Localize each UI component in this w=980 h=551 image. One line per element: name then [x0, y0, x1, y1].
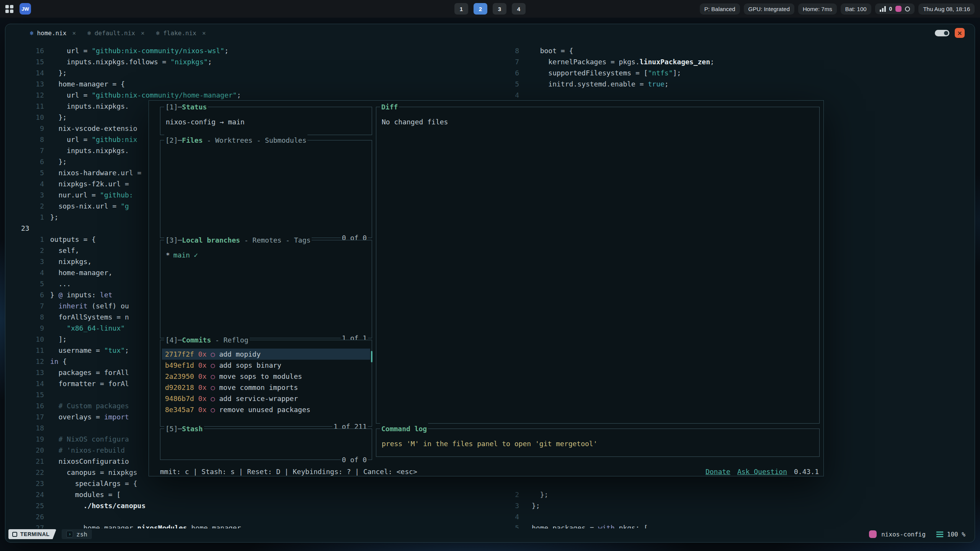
workspace-4[interactable]: 4: [512, 3, 526, 15]
logo-badge[interactable]: JW: [20, 3, 31, 15]
line-number: 7: [5, 145, 44, 156]
nix-icon: ❄: [87, 29, 91, 37]
status-segment-3[interactable]: Bat: 100: [841, 3, 871, 15]
shell-label: zsh: [76, 531, 87, 538]
updates-count: 0: [889, 6, 892, 12]
prompt-icon: ›: [66, 531, 73, 538]
code-line[interactable]: 27home-manager.nixosModules.home-manager: [5, 522, 241, 528]
lazygit-command-log-panel[interactable]: Command log press 'M' in the files panel…: [376, 429, 820, 457]
nix-icon: ❄: [30, 29, 34, 37]
code-line[interactable]: 8boot = {: [503, 45, 714, 56]
code-line[interactable]: 12url = "github:nix-community/home-manag…: [5, 90, 241, 101]
status-dot-icon: [905, 7, 910, 11]
code-line[interactable]: 3};: [503, 500, 648, 511]
workspace-1[interactable]: 1: [454, 3, 468, 15]
lazygit-status-panel[interactable]: [1]─Status nixos-config → main: [160, 107, 372, 135]
panel-title: [5]─Stash: [164, 423, 204, 434]
line-number: 2: [5, 201, 44, 212]
close-icon[interactable]: ×: [72, 29, 76, 37]
commit-row[interactable]: b49ef1d0x○add sops binary: [162, 360, 370, 371]
code-text: };: [50, 212, 59, 223]
clock[interactable]: Thu Aug 08, 18:16: [918, 3, 975, 15]
list-icon: [936, 531, 943, 537]
network-icon: [880, 6, 886, 12]
code-text: nixosConfiguratio: [50, 456, 129, 467]
ask-question-link[interactable]: Ask Question: [737, 466, 787, 477]
code-line[interactable]: 25./hosts/canopus: [5, 500, 241, 511]
terminal-icon: [12, 532, 17, 537]
line-number: 7: [503, 56, 519, 67]
line-number: 21: [5, 456, 44, 467]
workspace-3[interactable]: 3: [493, 3, 506, 15]
donate-link[interactable]: Donate: [706, 466, 730, 477]
lazygit-files-panel[interactable]: [2]─Files - Worktrees - Submodules 0 of …: [160, 140, 372, 238]
scrollbar[interactable]: [371, 351, 372, 362]
line-number: 3: [5, 189, 44, 201]
commit-row[interactable]: 9486b7d0x○add service-wrapper: [162, 393, 370, 404]
branch-row[interactable]: *main✓: [166, 249, 366, 261]
code-text: url = "github:nix-community/home-manager…: [50, 90, 241, 101]
commit-row[interactable]: d9202180x○move common imports: [162, 382, 370, 393]
code-text: # Custom packages: [50, 400, 129, 411]
panel-title: [1]─Status: [164, 101, 208, 112]
status-segment-1[interactable]: GPU: Integrated: [744, 3, 794, 15]
code-line[interactable]: 16url = "github:nix-community/nixos-wsl"…: [5, 45, 241, 56]
code-text: supportedFilesystems = ["ntfs"];: [532, 67, 681, 78]
code-line[interactable]: 15inputs.nixpkgs.follows = "nixpkgs";: [5, 56, 241, 67]
code-line[interactable]: 5home.packages = with pkgs; [: [503, 522, 648, 528]
status-segment-0[interactable]: P: Balanced: [700, 3, 740, 15]
line-number: 5: [503, 78, 519, 90]
code-text: # 'nixos-rebuild: [50, 445, 125, 456]
tab-flake.nix[interactable]: ❄flake.nix×: [156, 29, 206, 37]
tab-default.nix[interactable]: ❄default.nix×: [87, 29, 144, 37]
lazygit-overlay: [1]─Status nixos-config → main [2]─Files…: [149, 100, 824, 476]
line-number: 5: [5, 278, 44, 289]
code-text: inherit (self) ou: [50, 300, 129, 311]
code-line[interactable]: 23specialArgs = {: [5, 478, 241, 489]
panel-title: [2]─Files - Worktrees - Submodules: [164, 135, 307, 146]
code-line[interactable]: 4: [503, 511, 648, 522]
code-line[interactable]: 24modules = [: [5, 489, 241, 500]
lazygit-commits-panel[interactable]: [4]─Commits - Reflog 2717f2f0x○add mopid…: [160, 340, 372, 427]
status-segment-2[interactable]: Home: 7ms: [798, 3, 837, 15]
code-line[interactable]: 4: [503, 90, 714, 101]
window-close-button[interactable]: ×: [955, 28, 965, 38]
code-line[interactable]: 13home-manager = {: [5, 78, 241, 90]
line-number: 26: [5, 511, 44, 522]
line-number: 10: [5, 334, 44, 345]
line-number: 10: [5, 112, 44, 123]
close-icon[interactable]: ×: [141, 29, 145, 37]
workspace-2[interactable]: 2: [474, 3, 487, 15]
graph-node-icon: ○: [211, 349, 215, 360]
line-number: 3: [503, 500, 519, 511]
editor-pane-right-top[interactable]: 8boot = {7kernelPackages = pkgs.linuxPac…: [503, 45, 714, 101]
code-text: };: [532, 500, 540, 511]
code-text: formatter = forAl: [50, 378, 129, 389]
shell-tab[interactable]: › zsh: [62, 529, 92, 539]
lazygit-stash-panel[interactable]: [5]─Stash 0 of 0: [160, 429, 372, 460]
code-line[interactable]: 7kernelPackages = pkgs.linuxPackages_zen…: [503, 56, 714, 67]
system-tray[interactable]: 0: [875, 3, 915, 14]
code-text: nur.url = "github:: [50, 189, 133, 201]
commit-row[interactable]: 8e345a70x○remove unused packages: [162, 404, 370, 415]
commit-author-mark: 0x: [198, 360, 207, 371]
editor-pane-right-bottom[interactable]: 2};3};45home.packages = with pkgs; [: [503, 489, 648, 528]
tab-home.nix[interactable]: ❄home.nix×: [30, 29, 76, 37]
code-line[interactable]: 14};: [5, 67, 241, 78]
line-number: 4: [503, 90, 519, 101]
code-line[interactable]: 5initrd.systemd.enable = true;: [503, 78, 714, 90]
close-icon[interactable]: ×: [202, 29, 206, 37]
commit-row[interactable]: 2717f2f0x○add mopidy: [162, 349, 370, 360]
code-line[interactable]: 26: [5, 511, 241, 522]
line-number: 3: [5, 256, 44, 267]
apps-grid-icon[interactable]: [5, 5, 13, 13]
commit-list: 2717f2f0x○add mopidyb49ef1d0x○add sops b…: [160, 340, 372, 415]
commit-row[interactable]: 2a239500x○move sops to modules: [162, 371, 370, 382]
command-log-hint: press 'M' in the files panel to open 'gi…: [382, 438, 814, 449]
code-line[interactable]: 2};: [503, 489, 648, 500]
lazygit-branches-panel[interactable]: [3]─Local branches - Remotes - Tags *mai…: [160, 240, 372, 338]
line-number: 15: [5, 56, 44, 67]
code-line[interactable]: 6supportedFilesystems = ["ntfs"];: [503, 67, 714, 78]
lazygit-diff-panel[interactable]: Diff No changed files: [376, 107, 820, 424]
window-pill-toggle[interactable]: [935, 30, 949, 36]
